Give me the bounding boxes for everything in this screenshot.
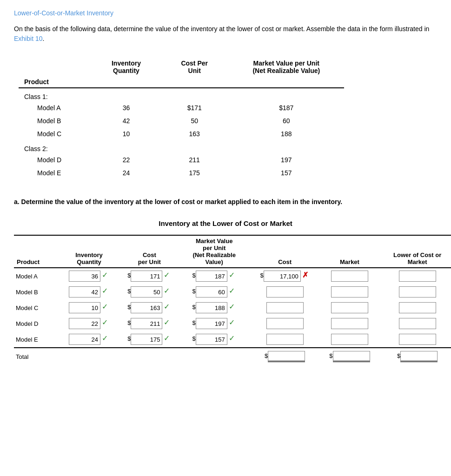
model-e-cost: 175	[160, 166, 229, 179]
ans-qty-cell-1: ✓	[58, 284, 120, 300]
table-row: Model B 42 50 60	[19, 114, 344, 127]
ans-qty-cell-3: ✓	[58, 316, 120, 331]
model-d-name: Model D	[19, 153, 92, 166]
ans-mv-cell-0: $✓	[179, 268, 250, 284]
ans-mv-input-1[interactable]	[196, 286, 227, 298]
check-icon-cpu-2: ✓	[164, 303, 170, 311]
ans-lower-input-4[interactable]	[399, 334, 436, 345]
total-lower-input[interactable]	[400, 351, 438, 362]
answer-table-row: Model E✓$✓$✓	[14, 331, 451, 348]
ans-cpu-cell-3: $✓	[120, 316, 179, 331]
ans-col-lower: Lower of Cost orMarket	[379, 235, 451, 268]
check-icon-qty-1: ✓	[102, 287, 108, 295]
model-e-quantity: 24	[92, 166, 160, 179]
ans-product-1: Model B	[14, 284, 58, 300]
model-b-market: 60	[229, 114, 344, 127]
col-subheader-product: Product	[19, 76, 92, 88]
ans-cpu-input-4[interactable]	[131, 334, 162, 345]
ans-mkt-input-4[interactable]	[331, 334, 368, 345]
class2-label: Class 2:	[19, 140, 344, 153]
ans-cpu-cell-1: $✓	[120, 284, 179, 300]
ans-mv-cell-3: $✓	[179, 316, 250, 331]
ans-col-product: Product	[14, 235, 58, 268]
answer-total-row: Total$$$	[14, 348, 451, 364]
total-market-input[interactable]	[333, 351, 370, 362]
model-a-name: Model A	[19, 101, 92, 114]
ans-qty-cell-4: ✓	[58, 331, 120, 348]
ans-mkt-input-0[interactable]	[331, 271, 368, 282]
ans-mkt-input-1[interactable]	[331, 286, 368, 298]
ans-cost-cell-2	[250, 300, 320, 316]
table-row: Model A 36 $171 $187	[19, 101, 344, 114]
ans-lower-input-0[interactable]	[399, 271, 436, 282]
ans-col-inv-qty: InventoryQuantity	[58, 235, 120, 268]
ans-cpu-cell-0: $✓	[120, 268, 179, 284]
ans-mv-input-4[interactable]	[196, 334, 227, 345]
answer-table-row: Model C✓$✓$✓	[14, 300, 451, 316]
model-b-quantity: 42	[92, 114, 160, 127]
model-c-cost: 163	[160, 127, 229, 140]
ans-lower-input-2[interactable]	[399, 302, 436, 313]
ans-product-4: Model E	[14, 331, 58, 348]
ans-qty-input-3[interactable]	[69, 318, 100, 329]
ans-lower-input-3[interactable]	[399, 318, 436, 329]
ans-cost-input-0[interactable]	[264, 271, 301, 282]
ans-cost-input-3[interactable]	[266, 318, 304, 329]
ans-mv-input-0[interactable]	[196, 271, 227, 282]
model-c-name: Model C	[19, 127, 92, 140]
ans-cpu-input-2[interactable]	[131, 302, 162, 313]
col-header-cost-per: Cost Per Unit	[160, 58, 229, 76]
table-row: Model C 10 163 188	[19, 127, 344, 140]
model-c-market: 188	[229, 127, 344, 140]
ans-product-0: Model A	[14, 268, 58, 284]
ans-cost-cell-4	[250, 331, 320, 348]
total-cost-input[interactable]	[268, 351, 305, 362]
total-cost-cell: $	[250, 348, 320, 364]
ans-qty-cell-2: ✓	[58, 300, 120, 316]
ans-cost-input-4[interactable]	[266, 334, 304, 345]
answer-table-row: Model D✓$✓$✓	[14, 316, 451, 331]
ans-cpu-input-1[interactable]	[131, 286, 162, 298]
ans-cpu-input-3[interactable]	[131, 318, 162, 329]
ans-cost-input-2[interactable]	[266, 302, 304, 313]
model-e-market: 157	[229, 166, 344, 179]
page-title: Lower-of-Cost-or-Market Inventory	[14, 9, 437, 17]
check-icon-cpu-0: ✓	[164, 271, 170, 279]
total-label: Total	[14, 348, 250, 364]
check-icon-cpu-3: ✓	[164, 318, 170, 326]
model-b-cost: 50	[160, 114, 229, 127]
model-a-market: $187	[229, 101, 344, 114]
check-icon-cpu-4: ✓	[164, 334, 170, 342]
answer-table: Product InventoryQuantity Costper Unit M…	[14, 235, 451, 364]
check-icon-qty-2: ✓	[102, 303, 108, 311]
col-subheader-cost	[160, 76, 229, 88]
ans-mkt-input-3[interactable]	[331, 318, 368, 329]
class1-label: Class 1:	[19, 88, 344, 101]
total-market-cell: $	[320, 348, 379, 364]
ans-qty-input-1[interactable]	[69, 286, 100, 298]
exhibit-link[interactable]: Exhibit 10	[14, 35, 42, 42]
ans-qty-input-4[interactable]	[69, 334, 100, 345]
col-subheader-market	[229, 76, 344, 88]
ans-mv-input-2[interactable]	[196, 302, 227, 313]
ans-mv-input-3[interactable]	[196, 318, 227, 329]
answer-table-row: Model A✓$✓$✓$✗	[14, 268, 451, 284]
answer-table-title: Inventory at the Lower of Cost or Market	[14, 219, 437, 227]
ans-mkt-cell-2	[320, 300, 379, 316]
check-icon-mv-3: ✓	[229, 318, 235, 326]
ans-mv-cell-4: $✓	[179, 331, 250, 348]
ans-qty-input-0[interactable]	[69, 271, 100, 282]
model-e-name: Model E	[19, 166, 92, 179]
ans-cpu-cell-4: $✓	[120, 331, 179, 348]
ans-mkt-input-2[interactable]	[331, 302, 368, 313]
ans-cost-input-1[interactable]	[266, 286, 304, 298]
ans-lower-input-1[interactable]	[399, 286, 436, 298]
ans-lower-cell-2	[379, 300, 451, 316]
ans-cpu-input-0[interactable]	[131, 271, 162, 282]
table-row: Model D 22 211 197	[19, 153, 344, 166]
ans-lower-cell-0	[379, 268, 451, 284]
ans-product-3: Model D	[14, 316, 58, 331]
model-a-cost: $171	[160, 101, 229, 114]
ans-cost-cell-3	[250, 316, 320, 331]
ans-qty-input-2[interactable]	[69, 302, 100, 313]
